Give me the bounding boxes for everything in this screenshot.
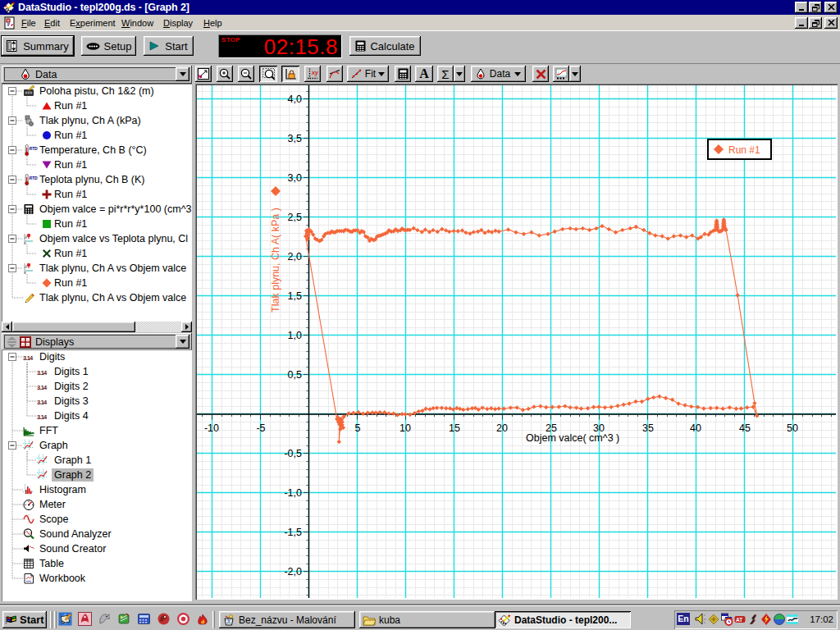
- svg-text:-0,5: -0,5: [284, 448, 302, 459]
- svg-text:AT: AT: [736, 617, 742, 623]
- svg-text:1,0: 1,0: [288, 330, 302, 341]
- svg-text:5: 5: [355, 422, 361, 434]
- svg-text:15: 15: [449, 422, 460, 434]
- svg-text:-5: -5: [256, 422, 265, 434]
- svg-text:Run #1: Run #1: [728, 144, 760, 156]
- svg-text:45: 45: [739, 422, 751, 434]
- svg-text:4,0: 4,0: [288, 94, 302, 105]
- svg-text:-1,5: -1,5: [284, 527, 302, 538]
- svg-text:0,5: 0,5: [288, 369, 302, 381]
- svg-text:2,5: 2,5: [288, 212, 302, 223]
- svg-text:50: 50: [787, 422, 798, 434]
- svg-text:40: 40: [690, 422, 701, 434]
- svg-text:35: 35: [642, 422, 654, 434]
- svg-text:2,0: 2,0: [288, 251, 302, 262]
- svg-text:-2,0: -2,0: [284, 566, 302, 578]
- svg-text:10: 10: [399, 422, 411, 434]
- svg-text:Tlak plynu, Ch A( kPa ): Tlak plynu, Ch A( kPa ): [270, 208, 281, 313]
- svg-text:20: 20: [496, 422, 508, 434]
- svg-text:1,5: 1,5: [288, 290, 302, 302]
- svg-text:3,5: 3,5: [288, 133, 302, 144]
- svg-text:xy: xy: [311, 70, 318, 76]
- svg-text:Objem valce( cm^3 ): Objem valce( cm^3 ): [526, 432, 619, 444]
- svg-text:3,0: 3,0: [288, 172, 302, 184]
- svg-text:-10: -10: [204, 422, 219, 434]
- svg-text:-1,0: -1,0: [284, 487, 302, 499]
